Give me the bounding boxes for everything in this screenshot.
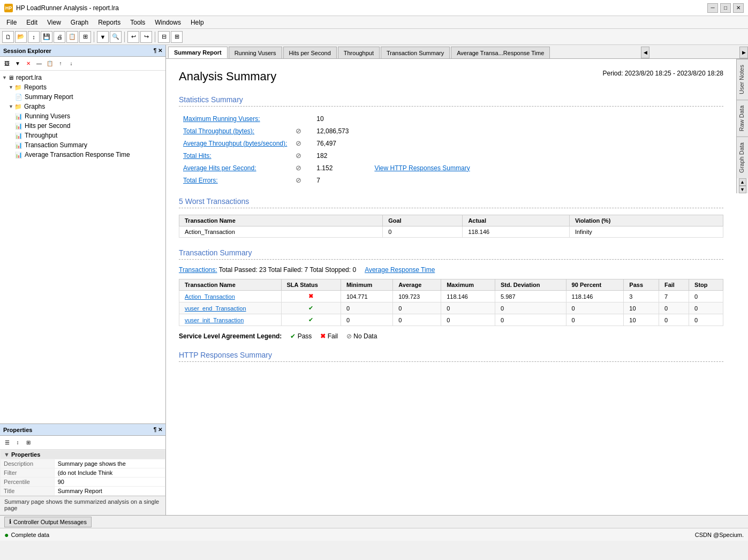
stats-value-errors: 7 [306, 174, 353, 186]
trans-row-action: Action_Transaction ✖ 104.771 109.723 118… [179, 291, 723, 302]
worst-col-violation: Violation (%) [569, 215, 723, 226]
view-http-link[interactable]: View HTTP Responses Summary [374, 164, 470, 172]
stats-row-throughput: Total Throughput (bytes): ⊘ 12,086,573 [179, 125, 474, 137]
toolbar-open[interactable]: 📂 [15, 31, 27, 43]
scroll-up-arrow[interactable]: ▲ [739, 178, 746, 186]
tree-transaction-summary[interactable]: 📊 Transaction Summary [0, 140, 165, 150]
title-bar-controls[interactable]: ─ □ ✕ [707, 3, 744, 13]
explorer-btn1[interactable]: 🖼 [2, 59, 12, 69]
properties-header: Properties ¶ ✕ [0, 424, 165, 436]
menu-view[interactable]: View [43, 18, 65, 27]
transactions-link[interactable]: Transactions: [179, 266, 217, 274]
period-text: Period: 2023/8/20 18:25 - 2023/8/20 18:2… [602, 70, 723, 77]
toolbar-new[interactable]: 🗋 [2, 31, 14, 43]
toolbar-save[interactable]: 💾 [41, 31, 52, 43]
prop-value-description: Summary page shows the [54, 459, 165, 468]
stats-link-throughput[interactable]: Total Throughput (bytes): [183, 127, 254, 135]
no-data-icon-errors: ⊘ [296, 176, 301, 184]
explorer-btn-down[interactable]: ↓ [66, 59, 76, 69]
explorer-btn-up[interactable]: ↑ [56, 59, 65, 69]
tree-summary-report[interactable]: 📄 Summary Report [0, 92, 165, 102]
trans-vuser-init-stop: 0 [689, 314, 723, 326]
legend-pass: ✔ Pass [290, 332, 312, 340]
menu-reports[interactable]: Reports [94, 18, 125, 27]
tab-avg-response-time[interactable]: Average Transa...Response Time [451, 47, 550, 58]
avg-response-link[interactable]: Average Response Time [365, 266, 435, 274]
props-btn3[interactable]: ⊞ [24, 438, 33, 448]
status-bar: ● Complete data CSDN @Specium. [0, 528, 748, 541]
stats-value-vusers: 10 [306, 113, 353, 125]
worst-trans-title: 5 Worst Transactions [179, 197, 723, 206]
toolbar-snap2[interactable]: ⊞ [171, 31, 183, 43]
tree-reports[interactable]: ▼ 📁 Reports [0, 82, 165, 92]
graph-data-btn[interactable]: Graph Data [737, 137, 748, 178]
trans-vuser-init-link[interactable]: vuser_init_Transaction [185, 317, 244, 323]
trans-vuser-init-pass: 10 [624, 314, 659, 326]
menu-file[interactable]: File [2, 18, 21, 27]
stats-link-avg-throughput[interactable]: Average Throughput (bytes/second): [183, 140, 287, 147]
toolbar-redo[interactable]: ↪ [140, 31, 152, 43]
explorer-btn3[interactable]: ✕ [24, 59, 33, 69]
tree-graphs[interactable]: ▼ 📁 Graphs [0, 102, 165, 111]
controller-output-btn[interactable]: ℹ Controller Output Messages [4, 517, 92, 527]
menu-bar: File Edit View Graph Reports Tools Windo… [0, 16, 748, 29]
stats-link-vusers[interactable]: Maximum Running Vusers: [183, 115, 260, 123]
toolbar-filter[interactable]: ▼ [97, 31, 109, 43]
props-btn1[interactable]: ☰ [2, 438, 12, 448]
props-btn2[interactable]: ↕ [13, 438, 22, 448]
toolbar-undo[interactable]: ↩ [127, 31, 139, 43]
scroll-down-arrow[interactable]: ▼ [739, 186, 746, 193]
menu-graph[interactable]: Graph [66, 18, 93, 27]
menu-edit[interactable]: Edit [22, 18, 42, 27]
explorer-btn5[interactable]: 📋 [45, 59, 55, 69]
tree-avg-trans-response[interactable]: 📊 Average Transaction Response Time [0, 150, 165, 160]
prop-row-percentile: Percentile 90 [1, 478, 165, 487]
minimize-button[interactable]: ─ [707, 3, 718, 13]
tab-transaction-summary[interactable]: Transaction Summary [381, 47, 450, 58]
tree-hits-per-second[interactable]: 📊 Hits per Second [0, 121, 165, 131]
bottom-info-text: Summary page shows the summarized analys… [4, 498, 159, 511]
properties-panel: Properties ¶ ✕ ☰ ↕ ⊞ ▼ Properties Descri… [0, 423, 165, 496]
legend-nodata: ⊘ No Data [346, 332, 377, 340]
tree-throughput[interactable]: 📊 Throughput [0, 131, 165, 140]
stats-link-errors[interactable]: Total Errors: [183, 177, 218, 184]
tab-nav-right[interactable]: ▶ [739, 47, 748, 58]
app-icon: HP [4, 4, 13, 12]
toolbar-snap[interactable]: ⊟ [158, 31, 170, 43]
tree-running-vusers[interactable]: 📊 Running Vusers [0, 111, 165, 121]
no-data-icon-hits: ⊘ [296, 152, 301, 160]
trans-action-link[interactable]: Action_Transaction [185, 293, 235, 300]
title-bar: HP HP LoadRunner Analysis - report.lra ─… [0, 0, 748, 16]
raw-data-btn[interactable]: Raw Data [737, 100, 748, 137]
maximize-button[interactable]: □ [720, 3, 731, 13]
tab-throughput[interactable]: Throughput [338, 47, 380, 58]
toolbar-sort[interactable]: ↕ [28, 31, 40, 43]
stats-link-hits[interactable]: Total Hits: [183, 152, 211, 160]
menu-tools[interactable]: Tools [126, 18, 149, 27]
sla-pass-icon-end: ✔ [308, 305, 313, 311]
tab-hits-per-second[interactable]: Hits per Second [283, 47, 337, 58]
user-notes-btn[interactable]: User Notes [737, 59, 748, 100]
tab-nav-left[interactable]: ◀ [641, 47, 649, 58]
tree-reports-label: Reports [24, 84, 47, 91]
menu-help[interactable]: Help [186, 18, 208, 27]
explorer-btn4[interactable]: — [34, 59, 44, 69]
worst-trans-table: Transaction Name Goal Actual Violation (… [179, 215, 723, 238]
close-button[interactable]: ✕ [733, 3, 744, 13]
toolbar-copy[interactable]: 📋 [66, 31, 78, 43]
trans-vuser-end-link[interactable]: vuser_end_Transaction [185, 305, 246, 312]
menu-windows[interactable]: Windows [150, 18, 185, 27]
tree-root[interactable]: ▼ 🖥 report.lra [0, 73, 165, 82]
status-text: Complete data [11, 532, 49, 538]
stats-link-avg-hits[interactable]: Average Hits per Second: [183, 164, 256, 172]
legend-fail: ✖ Fail [320, 332, 338, 340]
toolbar-sep1 [94, 32, 94, 42]
trans-action-pass: 3 [624, 291, 659, 302]
toolbar-zoom[interactable]: 🔍 [110, 31, 122, 43]
toolbar-sep3 [155, 32, 155, 42]
tab-summary-report[interactable]: Summary Report [168, 47, 228, 58]
toolbar-print[interactable]: 🖨 [54, 31, 65, 43]
tab-running-vusers[interactable]: Running Vusers [229, 47, 282, 58]
toolbar-layout[interactable]: ⊞ [79, 31, 91, 43]
explorer-btn2[interactable]: ▼ [13, 59, 22, 69]
